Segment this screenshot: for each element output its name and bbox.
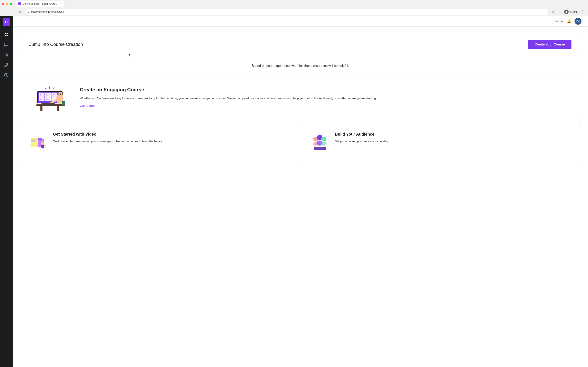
svg-text:⊕: ⊕ [46,99,48,100]
back-button[interactable]: ← [2,9,8,15]
video-illustration [27,132,48,153]
window-controls [2,3,12,5]
minimize-window-button[interactable] [6,3,8,5]
engaging-course-get-started-link[interactable]: Get Started [80,104,95,108]
engaging-course-description: Whether you've been teaching for years o… [80,96,571,101]
video-card: Get Started with Video Quality video lec… [21,125,298,162]
main-content: Jump Into Course Creation Create Your Co… [13,26,588,367]
svg-point-53 [321,142,327,146]
svg-rect-4 [7,35,8,36]
sidebar-item-courses[interactable] [2,30,11,39]
svg-text:⊞: ⊞ [46,94,48,96]
banner-text: Jump Into Course Creation [29,42,83,47]
svg-rect-1 [5,33,6,34]
svg-rect-20 [39,97,44,101]
address-bar: ← → ↻ 🔒 udemy.com/instructor/courses/ ☆ … [0,8,588,16]
active-tab[interactable]: U Online Courses – Learn Anyth... ✕ [16,1,64,7]
svg-rect-3 [5,35,6,36]
sidebar-item-tools[interactable] [2,60,11,70]
svg-rect-45 [38,138,42,140]
svg-rect-12 [57,106,59,111]
incognito-label: Incognito [570,11,579,13]
audience-card-description: Set your course up for success by buildi… [335,139,573,143]
audience-card: Build Your Audience Set your course up f… [303,125,580,162]
page-wrapper: U [0,16,588,367]
engaging-course-title: Create an Engaging Course [80,87,571,92]
svg-rect-42 [31,140,36,141]
course-creation-banner: Jump Into Course Creation Create Your Co… [21,33,580,56]
top-nav: Student 🔔 SJ [13,16,588,26]
incognito-badge: Incognito [564,9,579,14]
incognito-icon [564,9,569,14]
split-view-button[interactable]: ⊞ [557,9,563,15]
bottom-cards-grid: Get Started with Video Quality video lec… [21,125,580,162]
audience-card-text: Build Your Audience Set your course up f… [335,132,573,143]
tab-bar: U Online Courses – Learn Anyth... ✕ + [0,0,588,8]
svg-text:⊟: ⊟ [40,99,42,100]
svg-point-38 [62,101,65,102]
tab-favicon: U [18,2,21,5]
svg-text:±: ± [40,94,41,96]
video-card-content: Get Started with Video Quality video lec… [27,132,291,153]
engaging-course-card: ± ⊞ C++ ⊟ ⊕ [21,74,580,120]
svg-rect-11 [40,106,43,111]
sidebar-item-help[interactable] [2,71,11,80]
close-window-button[interactable] [2,3,4,5]
browser-actions: ☆ ⊞ Incognito ⋮ [550,9,586,15]
new-tab-button[interactable]: + [66,1,72,7]
svg-rect-2 [7,33,8,34]
maximize-window-button[interactable] [10,3,12,5]
audience-card-title: Build Your Audience [335,132,573,137]
svg-text:C++: C++ [53,94,56,96]
tab-title: Online Courses – Learn Anyth... [23,2,57,5]
svg-line-29 [53,88,54,90]
forward-button[interactable]: → [10,9,16,15]
video-card-title: Get Started with Video [53,132,291,137]
resources-intro-text: Based on your experience, we think these… [21,64,580,68]
header-right: Student 🔔 SJ [554,18,581,25]
svg-rect-18 [45,92,51,97]
lock-icon: 🔒 [27,11,30,13]
svg-point-50 [321,137,326,142]
sidebar-item-analytics[interactable] [2,50,11,59]
svg-rect-47 [42,145,44,149]
sidebar-item-messages[interactable] [2,40,11,49]
svg-rect-21 [45,97,51,101]
svg-rect-55 [314,147,325,150]
svg-rect-43 [31,141,35,142]
url-text: udemy.com/instructor/courses/ [31,10,65,13]
reload-button[interactable]: ↻ [17,9,23,15]
svg-point-46 [41,142,44,145]
browser-menu-button[interactable]: ⋮ [580,9,586,15]
sidebar: U [0,16,13,367]
video-card-text: Get Started with Video Quality video lec… [53,132,291,143]
svg-rect-36 [42,103,55,105]
bookmark-button[interactable]: ☆ [550,9,556,15]
notification-bell-icon[interactable]: 🔔 [567,19,571,24]
engaging-course-illustration: ± ⊞ C++ ⊟ ⊕ [29,81,70,114]
engaging-course-content: Create an Engaging Course Whether you've… [80,87,571,108]
browser-chrome: U Online Courses – Learn Anyth... ✕ + ← … [0,0,588,16]
tab-close-button[interactable]: ✕ [59,2,62,5]
sidebar-logo[interactable]: U [3,18,10,26]
audience-illustration [310,132,330,153]
svg-rect-17 [39,92,44,97]
student-mode-label[interactable]: Student [554,20,563,23]
avatar[interactable]: SJ [575,18,581,25]
audience-card-content: Build Your Audience Set your course up f… [310,132,573,153]
video-card-description: Quality video lectures can set your cour… [53,139,291,143]
svg-line-30 [45,88,47,90]
url-bar[interactable]: 🔒 udemy.com/instructor/courses/ [25,9,549,15]
svg-point-0 [566,11,567,12]
svg-rect-41 [31,139,37,140]
create-course-button[interactable]: Create Your Course [528,40,571,49]
